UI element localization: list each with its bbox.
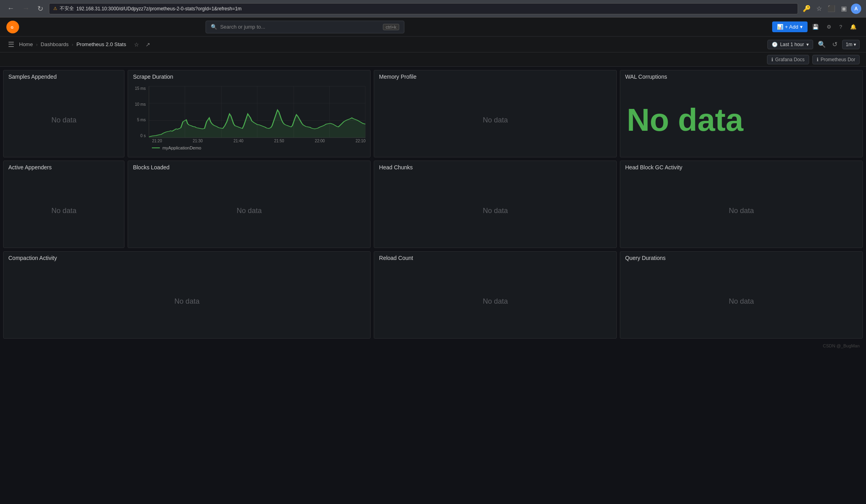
time-range-button[interactable]: 🕐 Last 1 hour ▾ [767,40,813,49]
wal-corruptions-header: WAL Corruptions [620,70,862,83]
blocks-loaded-body: No data [128,174,370,248]
dashboard-grid: Samples Appended ⋮ No data Scrape Durati… [0,67,866,342]
samples-appended-panel: Samples Appended ⋮ No data [3,70,124,157]
security-label: 不安全 [60,5,74,12]
compaction-activity-panel: Compaction Activity No data [3,251,371,339]
wal-corruptions-panel: WAL Corruptions No data [620,70,863,157]
reload-count-header: Reload Count [374,252,616,264]
refresh-interval-button[interactable]: 1m ▾ [842,40,860,49]
scrape-duration-chart: 15 ms 10 ms 5 ms 0 s [128,83,370,157]
breadcrumb-home[interactable]: Home [19,41,33,47]
head-chunks-title: Head Chunks [379,164,413,171]
breadcrumb-sep-2: › [72,42,73,47]
user-avatar[interactable]: A [851,4,861,14]
memory-profile-nodata: No data [483,116,508,124]
browser-bar: ← → ↻ ⚠ 不安全 192.168.31.10:3000/d/UDdpyzz… [0,0,866,17]
wal-corruptions-body: No data [620,83,862,157]
blocks-loaded-title: Blocks Loaded [133,164,169,171]
compaction-activity-nodata: No data [175,297,200,306]
help-button[interactable]: ? [836,21,845,32]
query-durations-title: Query Durations [625,255,666,261]
star-dashboard-button[interactable]: ☆ [132,40,141,49]
reload-count-panel: Reload Count No data [374,251,617,339]
head-chunks-nodata: No data [483,207,508,215]
grafana-docs-link[interactable]: ℹ Grafana Docs [767,55,809,64]
breadcrumb-current-dashboard: Prometheus 2.0 Stats [76,41,126,47]
head-block-gc-panel: Head Block GC Activity No data [620,161,863,248]
prometheus-docs-link[interactable]: ℹ Prometheus Dor [812,55,860,64]
manual-refresh-button[interactable]: ↺ [831,39,839,50]
head-chunks-header: Head Chunks [374,161,616,174]
reload-button[interactable]: ↻ [35,3,46,15]
head-chunks-panel: Head Chunks No data [374,161,617,248]
chart-legend: myApplicationDemo [133,144,365,150]
blocks-loaded-panel: Blocks Loaded No data [128,161,371,248]
url-text: 192.168.31.10:3000/d/UDdpyzz7z/prometheu… [76,6,242,12]
refresh-interval-label: 1m [846,42,852,47]
grafana-docs-label: Grafana Docs [775,57,805,62]
breadcrumb-dashboards[interactable]: Dashboards [41,41,68,47]
address-bar[interactable]: ⚠ 不安全 192.168.31.10:3000/d/UDdpyzz7z/pro… [49,3,798,14]
main-menu-button[interactable]: ☰ [6,39,16,50]
global-search[interactable]: 🔍 Search or jump to... ctrl+k [206,21,404,33]
active-appenders-body: No data [4,174,124,248]
wal-corruptions-nodata: No data [620,102,743,138]
reload-count-title: Reload Count [379,255,413,261]
y-label-0s: 0 s [140,134,146,138]
add-icon: 📊 [777,24,783,30]
samples-appended-nodata: No data [51,116,76,124]
grafana-logo[interactable]: G [6,21,19,33]
browser-actions: 🔑 ☆ ⬛ ▣ A [801,3,861,14]
scrape-duration-header: Scrape Duration [128,70,370,83]
info-icon: ℹ [771,57,773,62]
password-manager-icon[interactable]: 🔑 [801,3,812,14]
breadcrumb-bar: ☰ Home › Dashboards › Prometheus 2.0 Sta… [0,37,866,52]
forward-button[interactable]: → [20,3,32,14]
head-block-gc-header: Head Block GC Activity [620,161,862,174]
x-label-2120: 21:20 [152,139,162,143]
query-durations-nodata: No data [729,297,754,306]
breadcrumb-actions: ☆ ↗ [132,40,152,49]
y-label-15ms: 15 ms [135,86,146,91]
scrape-duration-panel: Scrape Duration 15 ms 10 ms 5 ms 0 s [128,70,371,157]
memory-profile-body: No data [374,83,616,157]
breadcrumb-sep-1: › [36,42,38,47]
dashboard-settings-button[interactable]: ⚙ [823,21,835,32]
chart-x-labels: 21:20 21:30 21:40 21:50 22:00 22:10 [133,138,365,144]
samples-appended-body: No data [4,83,124,157]
share-dashboard-button[interactable]: ↗ [144,40,152,49]
samples-appended-title: Samples Appended [8,74,56,80]
x-label-2130: 21:30 [193,139,203,143]
clock-icon: 🕐 [772,42,778,47]
notifications-button[interactable]: 🔔 [847,21,860,32]
blocks-loaded-nodata: No data [237,207,262,215]
head-block-gc-body: No data [620,174,862,248]
chart-svg [149,86,365,138]
search-placeholder: Search or jump to... [220,24,265,30]
prometheus-docs-label: Prometheus Dor [821,57,855,62]
memory-profile-panel: Memory Profile No data [374,70,617,157]
sidebar-toggle-button[interactable]: ▣ [839,3,849,14]
extensions-button[interactable]: ⬛ [826,3,837,14]
zoom-out-button[interactable]: 🔍 [816,39,827,50]
add-button-label: + Add [785,24,798,30]
back-button[interactable]: ← [5,3,17,14]
bookmark-button[interactable]: ☆ [815,3,823,14]
head-block-gc-title: Head Block GC Activity [625,164,682,171]
add-panel-button[interactable]: 📊 + Add ▾ [772,21,808,32]
time-range-label: Last 1 hour [780,42,804,47]
y-label-5ms: 5 ms [137,118,146,122]
compaction-activity-body: No data [4,264,370,338]
wal-corruptions-title: WAL Corruptions [625,74,667,80]
links-bar: ℹ Grafana Docs ℹ Prometheus Dor [0,52,866,67]
memory-profile-header: Memory Profile [374,70,616,83]
y-label-10ms: 10 ms [135,102,146,107]
footer-bar: CSDN @_BugMan [0,342,866,350]
time-controls: 🕐 Last 1 hour ▾ 🔍 ↺ 1m ▾ [767,39,860,50]
x-label-2210: 22:10 [355,139,365,143]
security-icon: ⚠ [53,6,57,11]
nav-right-actions: 📊 + Add ▾ 💾 ⚙ ? 🔔 [772,21,860,32]
reload-count-body: No data [374,264,616,338]
reload-count-nodata: No data [483,297,508,306]
save-dashboard-button[interactable]: 💾 [809,21,822,32]
